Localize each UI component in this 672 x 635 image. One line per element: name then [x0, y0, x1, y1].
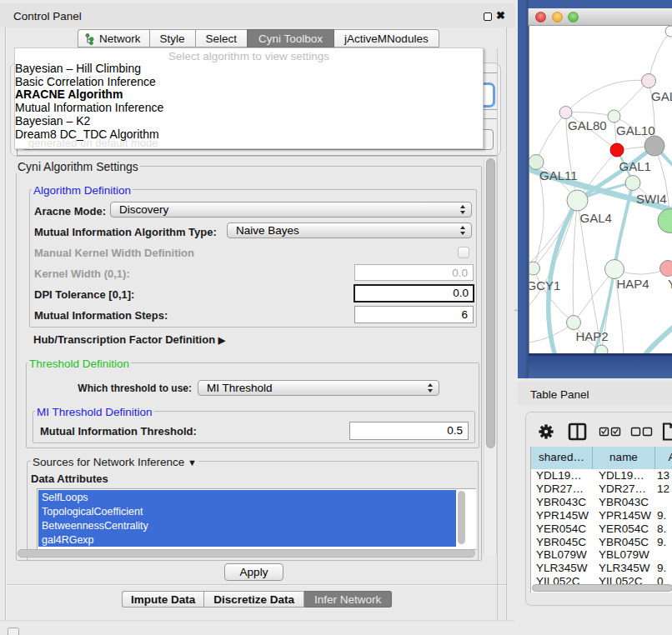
svg-text:GAL80: GAL80: [568, 118, 607, 132]
svg-text:GAL7: GAL7: [651, 89, 672, 103]
svg-text:GAL11: GAL11: [539, 168, 578, 182]
svg-text:Y: Y: [668, 277, 672, 291]
svg-text:HAP4: HAP4: [617, 277, 649, 291]
svg-text:HAP2: HAP2: [576, 329, 609, 343]
svg-text:GCY1: GCY1: [529, 278, 560, 292]
svg-text:GAL10: GAL10: [616, 123, 655, 138]
svg-text:GAL1: GAL1: [619, 159, 651, 173]
svg-text:SWI4: SWI4: [636, 192, 667, 206]
svg-text:GAL4: GAL4: [580, 211, 612, 225]
